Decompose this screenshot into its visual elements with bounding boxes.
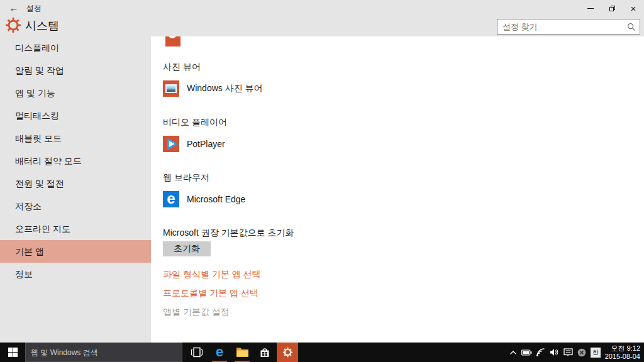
window-controls: × — [580, 0, 644, 16]
sidebar-item-tablet-mode[interactable]: 태블릿 모드 — [0, 127, 151, 150]
photo-viewer-app-label: Windows 사진 뷰어 — [187, 83, 263, 94]
speaker-icon[interactable] — [550, 348, 559, 356]
section-video-player: 비디오 플레이어 — [163, 117, 227, 128]
window-title: 설정 — [26, 0, 42, 16]
video-player-app-label: PotPlayer — [187, 139, 225, 149]
close-icon: × — [631, 4, 636, 13]
choose-defaults-by-filetype-link[interactable]: 파일 형식별 기본 앱 선택 — [163, 269, 261, 280]
taskbar-clock[interactable]: 오전 9:12 2015-08-04 — [605, 344, 640, 361]
music-player-icon-partial[interactable] — [165, 36, 180, 47]
sidebar-item-offline-maps[interactable]: 오프라인 지도 — [0, 217, 151, 240]
sidebar-item-storage[interactable]: 저장소 — [0, 195, 151, 217]
photo-viewer-app-row[interactable]: Windows 사진 뷰어 — [163, 80, 263, 97]
minimize-icon — [587, 8, 594, 9]
page-header: 시스템 — [0, 16, 644, 36]
reset-description: Microsoft 권장 기본값으로 초기화 — [163, 228, 294, 239]
web-browser-app-row[interactable]: e Microsoft Edge — [163, 191, 245, 207]
task-view-button[interactable] — [186, 343, 208, 362]
minimize-button[interactable] — [580, 0, 601, 16]
titlebar: ← 설정 × — [0, 0, 644, 16]
web-browser-app-label: Microsoft Edge — [187, 194, 245, 204]
settings-window: ← 설정 × — [0, 0, 644, 362]
start-button[interactable] — [0, 343, 25, 362]
back-arrow-icon: ← — [9, 3, 19, 13]
gear-icon — [5, 17, 21, 36]
set-defaults-by-app-link[interactable]: 앱별 기본값 설정 — [163, 307, 230, 318]
taskbar-search-input[interactable] — [26, 343, 182, 361]
edge-taskbar-icon: e — [216, 345, 223, 360]
reset-button[interactable]: 초기화 — [163, 241, 211, 256]
back-button[interactable]: ← — [6, 1, 21, 15]
settings-search-input[interactable] — [497, 19, 640, 34]
windows-start-icon — [8, 348, 18, 357]
wifi-icon[interactable] — [536, 348, 545, 356]
settings-gear-icon — [282, 347, 293, 358]
sidebar-item-power-sleep[interactable]: 전원 및 절전 — [0, 172, 151, 195]
clock-date: 2015-08-04 — [605, 353, 640, 361]
edge-icon: e — [163, 191, 179, 207]
chevron-up-icon[interactable] — [509, 350, 517, 355]
photo-viewer-icon — [163, 80, 179, 97]
clock-time: 오전 9:12 — [605, 344, 640, 353]
sidebar-item-default-apps[interactable]: 기본 앱 — [0, 240, 151, 263]
system-tray: 한 오전 9:12 2015-08-04 — [509, 343, 644, 362]
sidebar-item-apps-features[interactable]: 앱 및 기능 — [0, 82, 151, 104]
status-circle-x-icon[interactable] — [577, 348, 586, 357]
taskbar: e — [0, 343, 644, 362]
section-web-browser: 웹 브라우저 — [163, 172, 209, 184]
settings-search-box — [497, 19, 640, 35]
taskbar-search-box — [25, 343, 182, 362]
choose-defaults-by-protocol-link[interactable]: 프로토콜별 기본 앱 선택 — [163, 288, 258, 299]
sidebar-item-battery-saver[interactable]: 배터리 절약 모드 — [0, 150, 151, 172]
sidebar: 디스플레이 알림 및 작업 앱 및 기능 멀티태스킹 태블릿 모드 배터리 절약… — [0, 36, 151, 343]
section-photo-viewer: 사진 뷰어 — [163, 62, 201, 73]
restore-button[interactable] — [601, 0, 623, 16]
folder-icon — [236, 347, 249, 358]
store-icon — [258, 346, 271, 359]
action-center-icon[interactable] — [564, 348, 573, 357]
battery-icon[interactable] — [521, 349, 532, 356]
search-icon[interactable] — [627, 23, 636, 34]
taskbar-edge-button[interactable]: e — [209, 343, 230, 362]
task-view-icon — [191, 347, 203, 358]
store-button[interactable] — [254, 343, 275, 362]
sidebar-item-notifications[interactable]: 알림 및 작업 — [0, 59, 151, 82]
close-button[interactable]: × — [623, 0, 644, 16]
default-apps-panel: 사진 뷰어 Windows 사진 뷰어 비디오 플레이어 PotPlayer 웹… — [151, 36, 644, 343]
file-explorer-button[interactable] — [231, 343, 253, 362]
potplayer-icon — [163, 136, 179, 152]
page-title: 시스템 — [25, 18, 59, 33]
sidebar-item-display[interactable]: 디스플레이 — [0, 36, 151, 59]
ime-indicator[interactable]: 한 — [591, 348, 601, 358]
settings-taskbar-button[interactable] — [277, 343, 298, 362]
sidebar-item-multitasking[interactable]: 멀티태스킹 — [0, 104, 151, 127]
restore-icon — [609, 6, 615, 11]
video-player-app-row[interactable]: PotPlayer — [163, 136, 225, 152]
sidebar-item-about[interactable]: 정보 — [0, 263, 151, 285]
